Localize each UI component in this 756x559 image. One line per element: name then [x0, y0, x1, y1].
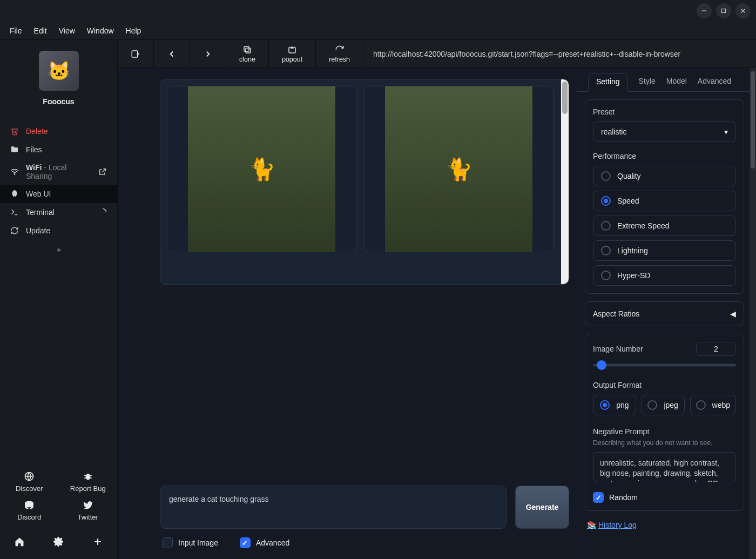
output-image-1[interactable]: 🐈	[167, 86, 356, 252]
svg-line-10	[84, 478, 86, 479]
tab-advanced[interactable]: Advanced	[698, 73, 731, 91]
app-title: Fooocus	[0, 97, 117, 106]
preset-select[interactable]: realistic ▾	[593, 122, 736, 142]
wifi-icon	[10, 167, 19, 177]
image-number-slider[interactable]	[593, 361, 736, 369]
chevron-down-icon: ▾	[724, 127, 728, 136]
svg-line-11	[90, 478, 91, 479]
checkbox-icon	[593, 492, 604, 503]
output-format-png[interactable]: png	[593, 395, 636, 415]
add-button[interactable]	[89, 533, 106, 550]
rocket-icon	[10, 189, 19, 199]
clone-button[interactable]: clone	[226, 40, 269, 68]
random-checkbox[interactable]: Random	[593, 492, 736, 503]
history-log-link[interactable]: 📚 History Log	[587, 521, 637, 529]
radio-label: jpeg	[664, 401, 678, 409]
preset-label: Preset	[593, 107, 736, 116]
output-format-webp[interactable]: webp	[690, 395, 736, 415]
output-format-label: Output Format	[593, 381, 736, 389]
popout-button[interactable]: popout	[269, 40, 316, 68]
menu-view[interactable]: View	[59, 26, 75, 35]
sidebar-item-label: Web UI	[26, 190, 51, 198]
performance-extreme-speed[interactable]: Extreme Speed	[593, 215, 736, 236]
url-bar[interactable]: http://localhost:42000/api/fooocus.git/s…	[363, 50, 756, 58]
radio-icon	[601, 221, 611, 231]
nav-forward-button[interactable]	[190, 40, 226, 68]
folder-icon	[10, 145, 19, 154]
button-label: clone	[239, 56, 255, 63]
sidebar-item-webui[interactable]: Web UI	[0, 185, 117, 203]
advanced-checkbox[interactable]: Advanced	[240, 537, 289, 548]
trash-icon	[10, 126, 19, 136]
sidebar-item-terminal[interactable]: Terminal	[0, 203, 117, 221]
gallery: 🐈 🐈	[160, 79, 569, 285]
home-button[interactable]	[11, 533, 28, 550]
window-maximize-button[interactable]	[716, 3, 731, 18]
app-logo: 🐱	[39, 51, 79, 91]
menu-window[interactable]: Window	[87, 26, 114, 35]
svg-point-4	[14, 174, 15, 174]
footer-discord[interactable]: Discord	[0, 499, 59, 521]
svg-rect-19	[289, 47, 295, 53]
image-number-card: Image Number 2 Output Format png jpeg we…	[585, 334, 744, 511]
radio-icon	[601, 246, 611, 255]
sidebar-item-update[interactable]: Update	[0, 221, 117, 240]
tab-model[interactable]: Model	[666, 73, 687, 91]
sidebar-toggle-button[interactable]	[118, 40, 154, 68]
prompt-input[interactable]: generate a cat touching grass	[160, 486, 507, 529]
refresh-button[interactable]: refresh	[316, 40, 363, 68]
output-format-jpeg[interactable]: jpeg	[642, 395, 685, 415]
performance-hyper-sd[interactable]: Hyper-SD	[593, 265, 736, 286]
sidebar-item-label: Terminal	[26, 208, 55, 217]
performance-quality[interactable]: Quality	[593, 166, 736, 186]
terminal-icon	[10, 207, 19, 217]
discord-icon	[0, 499, 59, 511]
menu-edit[interactable]: Edit	[34, 26, 47, 35]
sidebar-add-button[interactable]: ＋	[0, 240, 117, 260]
bug-icon	[59, 470, 118, 482]
footer-label: Report Bug	[59, 484, 118, 493]
footer-twitter[interactable]: Twitter	[59, 499, 118, 521]
books-icon: 📚	[587, 521, 596, 529]
panel-tabs: Setting Style Model Advanced	[577, 68, 756, 92]
footer-label: Discover	[0, 484, 59, 493]
checkbox-label: Random	[609, 493, 638, 502]
image-number-label: Image Number	[593, 345, 643, 353]
sidebar-item-wifi[interactable]: WiFi - Local Sharing	[0, 159, 117, 185]
external-link-icon[interactable]	[98, 167, 107, 177]
generate-button[interactable]: Generate	[515, 486, 569, 529]
tab-setting[interactable]: Setting	[588, 73, 628, 92]
menu-help[interactable]: Help	[126, 26, 141, 35]
footer-discover[interactable]: Discover	[0, 470, 59, 493]
preset-card: Preset realistic ▾ Performance Quality S…	[585, 99, 744, 294]
performance-label: Performance	[593, 152, 736, 160]
radio-label: Extreme Speed	[617, 221, 670, 230]
footer-label: Discord	[0, 513, 59, 521]
input-image-checkbox[interactable]: Input Image	[162, 537, 218, 548]
gallery-scrollbar[interactable]	[561, 79, 569, 284]
tab-style[interactable]: Style	[639, 73, 656, 91]
negative-prompt-input[interactable]: unrealistic, saturated, high contrast, b…	[593, 452, 736, 482]
panel-scrollbar[interactable]	[750, 68, 756, 559]
performance-speed[interactable]: Speed	[593, 191, 736, 211]
nav-back-button[interactable]	[154, 40, 190, 68]
menu-file[interactable]: File	[10, 26, 22, 35]
canvas-area: 🐈 🐈 generate a cat touching grass Genera…	[118, 68, 577, 559]
aspect-ratios-collapse[interactable]: Aspect Ratios ◀	[585, 301, 744, 326]
radio-icon	[601, 271, 611, 280]
sidebar-item-delete[interactable]: Delete	[0, 122, 117, 140]
sidebar-item-label: Files	[26, 145, 42, 154]
negative-prompt-sub: Describing what you do not want to see.	[593, 439, 736, 447]
settings-button[interactable]	[50, 533, 67, 550]
radio-icon	[600, 400, 610, 410]
radio-label: Quality	[617, 172, 641, 180]
button-label: popout	[282, 56, 302, 63]
image-number-input[interactable]: 2	[696, 342, 736, 356]
output-image-2[interactable]: 🐈	[364, 86, 554, 252]
sidebar-item-files[interactable]: Files	[0, 140, 117, 159]
window-close-button[interactable]	[735, 3, 751, 18]
performance-lightning[interactable]: Lightning	[593, 240, 736, 261]
sidebar-item-label: Delete	[26, 127, 48, 136]
window-minimize-button[interactable]	[697, 3, 712, 18]
footer-report-bug[interactable]: Report Bug	[59, 470, 118, 493]
